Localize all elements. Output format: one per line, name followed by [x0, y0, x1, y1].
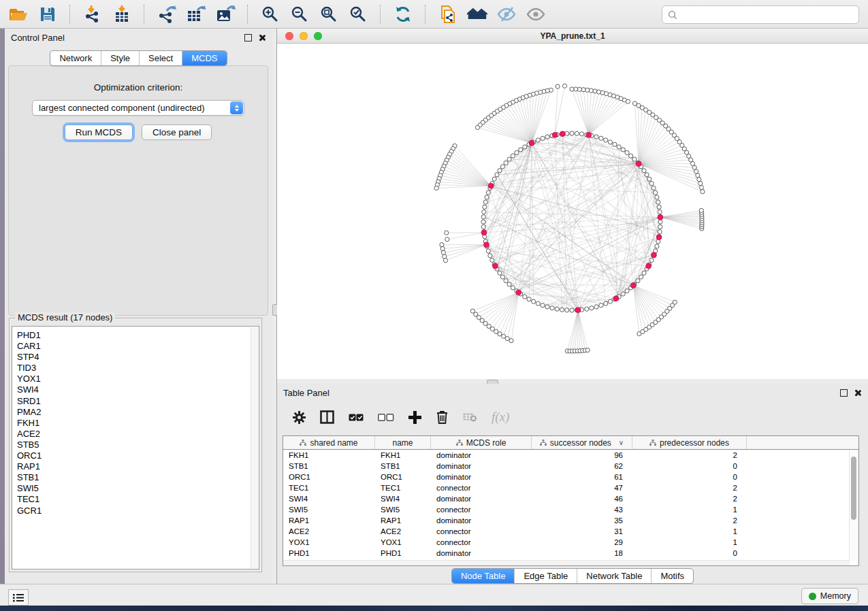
- graph-node[interactable]: [657, 205, 661, 209]
- graph-mcds-hub-node[interactable]: [630, 283, 636, 288]
- table-row[interactable]: SWI4SWI4dominator462: [283, 493, 858, 504]
- table-row[interactable]: ACE2ACE2connector311: [283, 526, 858, 537]
- graph-node[interactable]: [481, 225, 485, 229]
- graph-node[interactable]: [519, 148, 523, 152]
- graph-leaf-node[interactable]: [443, 259, 447, 263]
- cell-mcds-role[interactable]: dominator: [431, 495, 532, 503]
- hide-selected-icon[interactable]: [496, 4, 517, 24]
- graph-leaf-node[interactable]: [701, 190, 705, 194]
- graph-leaf-node[interactable]: [434, 186, 438, 190]
- graph-mcds-hub-node[interactable]: [493, 263, 498, 269]
- table-row[interactable]: TEC1TEC1connector472: [283, 482, 858, 493]
- vertical-splitter[interactable]: [272, 29, 277, 584]
- cell-name[interactable]: FKH1: [375, 451, 431, 459]
- graph-mcds-hub-node[interactable]: [529, 140, 534, 146]
- cell-mcds-role[interactable]: dominator: [431, 462, 532, 470]
- cell-name[interactable]: TEC1: [375, 484, 431, 492]
- graph-leaf-node[interactable]: [632, 101, 637, 105]
- cell-successor-nodes[interactable]: 43: [532, 506, 632, 514]
- tab-network-table[interactable]: Network Table: [577, 569, 651, 583]
- close-panel-icon[interactable]: [258, 34, 266, 42]
- graph-node[interactable]: [632, 157, 637, 161]
- graph-node[interactable]: [486, 191, 490, 195]
- column-header-predecessor-nodes[interactable]: predecessor nodes: [632, 436, 747, 449]
- deselect-all-icon[interactable]: [378, 414, 394, 421]
- cell-successor-nodes[interactable]: 61: [532, 473, 632, 481]
- import-table-icon[interactable]: [112, 4, 132, 24]
- graph-mcds-hub-node[interactable]: [658, 214, 663, 220]
- graph-node[interactable]: [536, 138, 540, 142]
- mcds-result-item[interactable]: PHD1: [17, 330, 259, 341]
- graph-node[interactable]: [625, 150, 629, 154]
- tab-edge-table[interactable]: Edge Table: [514, 569, 577, 583]
- graph-mcds-hub-node[interactable]: [652, 252, 657, 258]
- graph-node[interactable]: [647, 177, 652, 181]
- cell-shared-name[interactable]: YOX1: [283, 538, 375, 546]
- graph-node[interactable]: [495, 173, 499, 177]
- cell-predecessor-nodes[interactable]: 1: [632, 506, 747, 514]
- save-session-icon[interactable]: [37, 4, 58, 24]
- graph-node[interactable]: [550, 306, 554, 310]
- cell-successor-nodes[interactable]: 62: [532, 462, 632, 470]
- search-field[interactable]: [662, 5, 859, 24]
- cell-mcds-role[interactable]: connector: [431, 538, 532, 546]
- table-row[interactable]: YOX1YOX1connector291: [283, 537, 858, 548]
- mcds-result-item[interactable]: GCR1: [17, 506, 259, 516]
- cell-name[interactable]: SWI5: [375, 506, 431, 514]
- graph-mcds-hub-node[interactable]: [481, 230, 487, 235]
- split-view-icon[interactable]: [320, 410, 334, 424]
- graph-leaf-node[interactable]: [556, 84, 560, 88]
- graph-node[interactable]: [490, 258, 494, 262]
- graph-node[interactable]: [570, 308, 574, 312]
- graph-node[interactable]: [655, 195, 659, 199]
- delete-column-icon[interactable]: [436, 410, 449, 425]
- cell-successor-nodes[interactable]: 96: [532, 451, 632, 459]
- graph-node[interactable]: [658, 210, 662, 214]
- cell-predecessor-nodes[interactable]: 2: [632, 495, 747, 503]
- graph-node[interactable]: [617, 145, 621, 149]
- graph-node[interactable]: [642, 271, 646, 275]
- graph-node[interactable]: [658, 225, 662, 229]
- graph-node[interactable]: [488, 254, 492, 258]
- graph-node[interactable]: [485, 195, 489, 199]
- graph-node[interactable]: [649, 258, 654, 262]
- cell-shared-name[interactable]: TEC1: [283, 484, 375, 492]
- add-column-icon[interactable]: [408, 411, 421, 424]
- cell-predecessor-nodes[interactable]: 2: [632, 484, 747, 492]
- tab-style[interactable]: Style: [101, 51, 139, 65]
- graph-node[interactable]: [604, 301, 608, 306]
- cell-mcds-role[interactable]: dominator: [431, 549, 532, 557]
- cell-successor-nodes[interactable]: 31: [532, 527, 632, 535]
- criterion-dropdown[interactable]: largest connected component (undirected): [32, 100, 244, 116]
- graph-node[interactable]: [656, 200, 660, 204]
- graph-node[interactable]: [655, 244, 659, 248]
- zoom-fit-icon[interactable]: [319, 4, 339, 24]
- graph-node[interactable]: [629, 154, 633, 158]
- graph-node[interactable]: [498, 271, 502, 275]
- cell-predecessor-nodes[interactable]: 0: [632, 473, 747, 481]
- graph-node[interactable]: [570, 131, 574, 135]
- graph-node[interactable]: [483, 205, 487, 209]
- graph-mcds-hub-node[interactable]: [484, 242, 489, 248]
- column-header-name[interactable]: name: [375, 436, 431, 449]
- graph-node[interactable]: [492, 177, 496, 181]
- graph-leaf-node[interactable]: [441, 250, 445, 254]
- network-window-titlebar[interactable]: YPA_prune.txt_1: [277, 29, 868, 44]
- tab-network[interactable]: Network: [50, 51, 101, 65]
- graph-leaf-node[interactable]: [445, 231, 449, 235]
- graph-leaf-node[interactable]: [570, 87, 574, 91]
- graph-node[interactable]: [639, 275, 643, 279]
- horizontal-splitter[interactable]: [277, 378, 868, 384]
- graph-node[interactable]: [527, 297, 531, 301]
- float-panel-icon[interactable]: [244, 34, 252, 42]
- cell-name[interactable]: RAP1: [375, 516, 431, 525]
- export-image-icon[interactable]: [215, 4, 236, 24]
- graph-node[interactable]: [636, 279, 640, 283]
- cell-predecessor-nodes[interactable]: 2: [632, 516, 747, 525]
- table-horizontal-scrollbar[interactable]: [283, 560, 850, 565]
- mcds-result-item[interactable]: FKH1: [17, 418, 259, 429]
- graph-mcds-hub-node[interactable]: [646, 263, 652, 269]
- graph-node[interactable]: [531, 299, 535, 303]
- graph-node[interactable]: [658, 220, 662, 224]
- graph-mcds-hub-node[interactable]: [656, 235, 662, 240]
